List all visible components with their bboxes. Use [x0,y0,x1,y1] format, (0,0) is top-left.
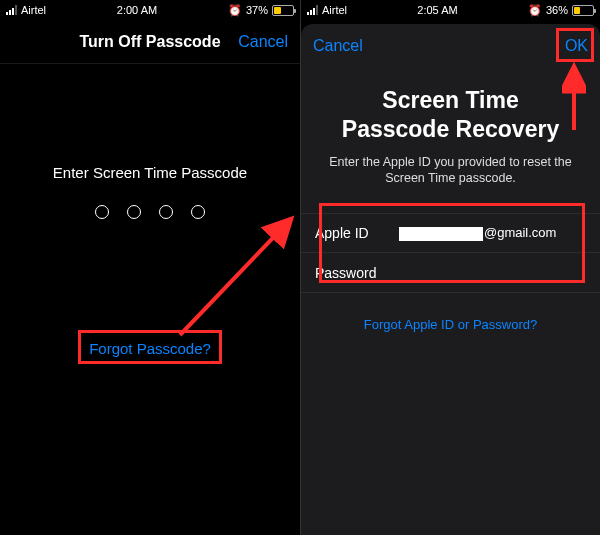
cancel-button[interactable]: Cancel [301,24,375,68]
passcode-dots[interactable] [0,205,300,219]
status-time: 2:00 AM [117,4,157,16]
phone-left: Airtel 2:00 AM ⏰ 37% Turn Off Passcode C… [0,0,300,535]
battery-icon [572,5,594,16]
forgot-apple-id-link[interactable]: Forgot Apple ID or Password? [364,317,537,332]
signal-icon [6,5,17,15]
ok-button[interactable]: OK [553,24,600,68]
carrier-label: Airtel [21,4,46,16]
passcode-prompt: Enter Screen Time Passcode [0,164,300,181]
carrier-label: Airtel [322,4,347,16]
status-bar: Airtel 2:00 AM ⏰ 37% [0,0,300,20]
password-label: Password [315,265,387,281]
status-time: 2:05 AM [417,4,457,16]
cancel-button[interactable]: Cancel [226,20,300,64]
forgot-passcode-link[interactable]: Forgot Passcode? [89,340,211,357]
battery-percent: 37% [246,4,268,16]
svg-line-0 [180,220,290,335]
signal-icon [307,5,318,15]
pin-dot [95,205,109,219]
nav-bar: Turn Off Passcode Cancel [0,20,300,64]
redacted-text [399,227,483,241]
apple-id-label: Apple ID [315,225,387,241]
credential-fields: Apple ID @gmail.com Password [301,213,600,293]
status-bar: Airtel 2:05 AM ⏰ 36% [301,0,600,20]
alarm-icon: ⏰ [528,4,542,17]
password-field[interactable]: Password [301,253,600,293]
battery-percent: 36% [546,4,568,16]
pin-dot [127,205,141,219]
apple-id-field[interactable]: Apple ID @gmail.com [301,213,600,253]
apple-id-value: @gmail.com [399,225,586,241]
alarm-icon: ⏰ [228,4,242,17]
battery-icon [272,5,294,16]
pin-dot [191,205,205,219]
phone-right: Airtel 2:05 AM ⏰ 36% Turn Off Passcode C… [300,0,600,535]
modal-nav: Cancel OK [301,24,600,68]
modal-subtitle: Enter the Apple ID you provided to reset… [301,154,600,188]
annotation-arrow [170,205,300,355]
pin-dot [159,205,173,219]
modal-title: Screen Time Passcode Recovery [301,86,600,144]
recovery-modal: Cancel OK Screen Time Passcode Recovery … [301,24,600,535]
